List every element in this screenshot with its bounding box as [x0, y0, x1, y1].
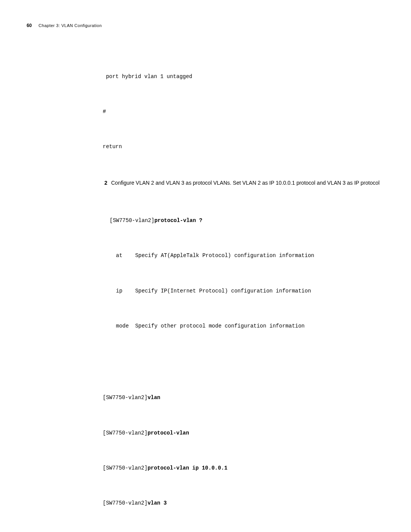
- step-number: 2: [103, 179, 107, 187]
- code-line: at Specify AT(AppleTalk Protocol) config…: [110, 250, 384, 262]
- step-text: Configure VLAN 2 and VLAN 3 as protocol …: [111, 179, 384, 187]
- code-line: return: [103, 141, 384, 153]
- code-line: mode Specify other protocol mode configu…: [110, 320, 384, 332]
- code-line: [SW7750-vlan2]vlan: [103, 392, 384, 404]
- code-line: [SW7750-vlan2]protocol-vlan: [103, 427, 384, 439]
- command: protocol-vlan ?: [155, 217, 202, 224]
- main-content: port hybrid vlan 1 untagged # return 2 C…: [103, 47, 384, 532]
- code-block-protocol-help: [SW7750-vlan2]protocol-vlan ? at Specify…: [110, 191, 384, 355]
- code-line: [SW7750-vlan2]protocol-vlan ?: [110, 215, 384, 227]
- code-block-vlan-config: [SW7750-vlan2]vlan [SW7750-vlan2]protoco…: [103, 369, 384, 532]
- command: vlan 3: [148, 500, 167, 506]
- code-line: ip Specify IP(Internet Protocol) configu…: [110, 285, 384, 297]
- code-line: [SW7750-vlan2]vlan 3: [103, 497, 384, 509]
- step-2: 2 Configure VLAN 2 and VLAN 3 as protoco…: [103, 179, 384, 187]
- prompt: [SW7750-vlan2]: [103, 500, 148, 506]
- code-line: port hybrid vlan 1 untagged: [103, 71, 384, 83]
- code-line: #: [103, 106, 384, 118]
- prompt: [SW7750-vlan2]: [103, 430, 148, 436]
- prompt: [SW7750-vlan2]: [103, 465, 148, 471]
- command: vlan: [148, 395, 161, 401]
- code-block-intro: port hybrid vlan 1 untagged # return: [103, 47, 384, 176]
- prompt: [SW7750-vlan2]: [103, 395, 148, 401]
- page-number: 60: [27, 23, 32, 28]
- prompt: [SW7750-vlan2]: [110, 217, 155, 224]
- chapter-title: Chapter 3: VLAN Configuration: [38, 23, 102, 28]
- code-line: [SW7750-vlan2]protocol-vlan ip 10.0.0.1: [103, 462, 384, 474]
- page-header: 60 Chapter 3: VLAN Configuration: [27, 23, 384, 28]
- command: protocol-vlan ip 10.0.0.1: [148, 465, 228, 471]
- command: protocol-vlan: [148, 430, 189, 436]
